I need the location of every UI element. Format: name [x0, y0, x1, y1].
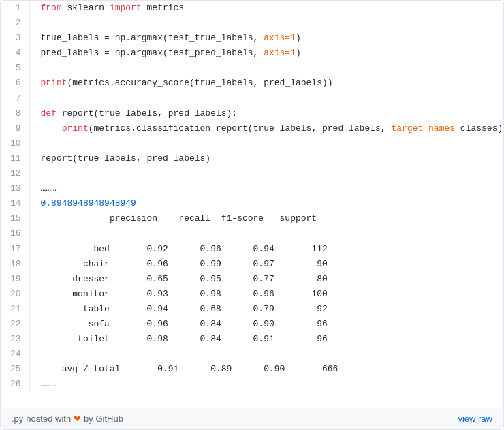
table-row: 14 0.8948948948948949 [1, 196, 503, 211]
hosted-text: hosted with [26, 414, 71, 424]
line-code [29, 91, 503, 106]
line-code: chair 0.96 0.99 0.97 90 [29, 257, 503, 272]
line-code [29, 347, 503, 362]
line-code: ……… [29, 377, 503, 392]
line-number: 25 [1, 362, 29, 377]
line-number: 8 [1, 106, 29, 121]
line-number: 3 [1, 31, 29, 46]
line-code [29, 16, 503, 31]
line-number: 2 [1, 16, 29, 31]
table-row: 16 [1, 226, 503, 241]
line-code: avg / total 0.91 0.89 0.90 666 [29, 362, 503, 377]
table-row: 13 ……… [1, 181, 503, 196]
line-number: 16 [1, 226, 29, 241]
footer-attribution: .py hosted with ❤ by GitHub [12, 414, 123, 424]
code-viewer: 1 from sklearn import metrics 2 3 true_l… [0, 0, 504, 430]
table-row: 22 sofa 0.96 0.84 0.90 96 [1, 317, 503, 332]
table-row: 10 [1, 136, 503, 151]
line-number: 6 [1, 76, 29, 91]
by-github-text: by GitHub [84, 414, 123, 424]
line-number: 9 [1, 121, 29, 136]
table-row: 5 [1, 61, 503, 76]
table-row: 6 print(metrics.accuracy_score(true_labe… [1, 76, 503, 91]
line-number: 5 [1, 61, 29, 76]
table-row: 23 toilet 0.98 0.84 0.91 96 [1, 332, 503, 347]
line-code: sofa 0.96 0.84 0.90 96 [29, 317, 503, 332]
line-code: report(true_labels, pred_labels) [29, 151, 503, 166]
table-row: 26 ……… [1, 377, 503, 392]
line-number: 23 [1, 332, 29, 347]
line-number: 13 [1, 181, 29, 196]
line-code: print(metrics.accuracy_score(true_labels… [29, 76, 503, 91]
table-row: 25 avg / total 0.91 0.89 0.90 666 [1, 362, 503, 377]
table-row: 15 precision recall f1-score support [1, 211, 503, 226]
table-row: 24 [1, 347, 503, 362]
line-code: monitor 0.93 0.98 0.96 100 [29, 287, 503, 302]
table-row: 3 true_labels = np.argmax(test_true_labe… [1, 31, 503, 46]
line-number: 17 [1, 242, 29, 257]
line-code [29, 166, 503, 181]
table-row: 8 def report(true_labels, pred_labels): [1, 106, 503, 121]
line-number: 24 [1, 347, 29, 362]
table-row: 18 chair 0.96 0.99 0.97 90 [1, 257, 503, 272]
line-code: table 0.94 0.68 0.79 92 [29, 302, 503, 317]
line-number: 7 [1, 91, 29, 106]
code-table: 1 from sklearn import metrics 2 3 true_l… [1, 1, 503, 392]
table-row: 12 [1, 166, 503, 181]
line-number: 4 [1, 46, 29, 61]
line-code: precision recall f1-score support [29, 211, 503, 226]
line-code: toilet 0.98 0.84 0.91 96 [29, 332, 503, 347]
line-number: 15 [1, 211, 29, 226]
line-number: 19 [1, 272, 29, 287]
line-code: true_labels = np.argmax(test_true_labels… [29, 31, 503, 46]
line-code: pred_labels = np.argmax(test_pred_labels… [29, 46, 503, 61]
line-code: print(metrics.classification_report(true… [29, 121, 503, 136]
line-number: 26 [1, 377, 29, 392]
line-code: ……… [29, 181, 503, 196]
line-number: 12 [1, 166, 29, 181]
line-number: 11 [1, 151, 29, 166]
line-number: 22 [1, 317, 29, 332]
line-number: 1 [1, 1, 29, 16]
table-row: 7 [1, 91, 503, 106]
table-row: 17 bed 0.92 0.96 0.94 112 [1, 242, 503, 257]
table-row: 9 print(metrics.classification_report(tr… [1, 121, 503, 136]
file-extension: .py [12, 414, 23, 424]
footer: .py hosted with ❤ by GitHub view raw [1, 408, 503, 429]
line-code: dresser 0.65 0.95 0.77 80 [29, 272, 503, 287]
footer-actions[interactable]: view raw [458, 414, 492, 424]
view-raw-link[interactable]: view raw [458, 414, 492, 424]
heart-icon: ❤ [74, 414, 81, 424]
line-code: def report(true_labels, pred_labels): [29, 106, 503, 121]
table-row: 1 from sklearn import metrics [1, 1, 503, 16]
line-code: bed 0.92 0.96 0.94 112 [29, 242, 503, 257]
table-row: 21 table 0.94 0.68 0.79 92 [1, 302, 503, 317]
table-row: 20 monitor 0.93 0.98 0.96 100 [1, 287, 503, 302]
line-number: 20 [1, 287, 29, 302]
line-code: 0.8948948948948949 [29, 196, 503, 211]
line-number: 18 [1, 257, 29, 272]
table-row: 11 report(true_labels, pred_labels) [1, 151, 503, 166]
line-code [29, 136, 503, 151]
table-row: 19 dresser 0.65 0.95 0.77 80 [1, 272, 503, 287]
code-content: 1 from sklearn import metrics 2 3 true_l… [1, 1, 503, 408]
line-code: from sklearn import metrics [29, 1, 503, 16]
line-code [29, 61, 503, 76]
table-row: 2 [1, 16, 503, 31]
table-row: 4 pred_labels = np.argmax(test_pred_labe… [1, 46, 503, 61]
line-number: 21 [1, 302, 29, 317]
line-number: 14 [1, 196, 29, 211]
line-number: 10 [1, 136, 29, 151]
line-code [29, 226, 503, 241]
